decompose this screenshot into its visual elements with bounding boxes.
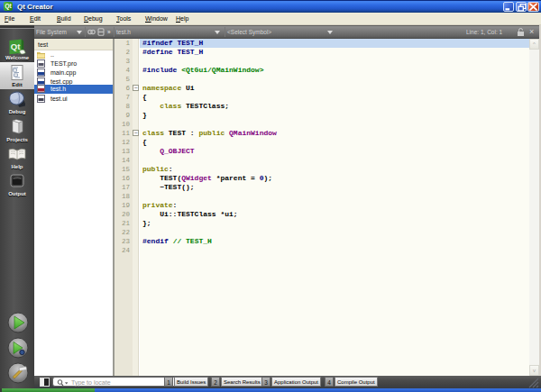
svg-text:Qt: Qt: [11, 41, 21, 51]
